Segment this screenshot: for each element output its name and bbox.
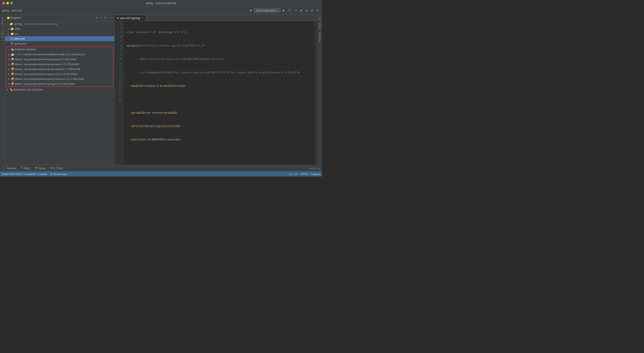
expand-arrow-spring-beans: ▶ <box>7 62 11 66</box>
event-log-link[interactable]: Event Log <box>309 167 320 170</box>
tree-item-scratches[interactable]: ▶ ✏️ Scratches and Consoles <box>5 87 114 92</box>
project-structure-button[interactable]: ⊞ <box>310 8 314 13</box>
close-button[interactable] <box>2 2 5 5</box>
line-num-10: 10 <box>114 61 122 66</box>
project-label[interactable]: Project <box>11 16 19 20</box>
iml-file-icon: 🗄 <box>10 42 14 46</box>
tree-item-spring-aop[interactable]: ▶ 📦 Maven: org.springframework:spring-ao… <box>6 57 113 62</box>
ext-libs-label: External Libraries <box>15 48 36 51</box>
external-libraries-section: ▾ 📚 External Libraries ▶ ☕ < 1.8 > /Libr… <box>6 47 113 87</box>
stop-button[interactable]: ■ <box>304 9 309 13</box>
xml-file-icon-pom: m <box>10 37 14 41</box>
tree-item-spring-context[interactable]: ▶ 📦 Maven: org.springframework:spring-co… <box>6 67 113 72</box>
collapse-all-button[interactable]: ≡ <box>100 16 102 20</box>
maximize-button[interactable] <box>10 2 13 5</box>
tree-item-spring-core[interactable]: ▶ 📦 Maven: org.springframework:spring-co… <box>6 72 113 77</box>
locate-file-button[interactable]: ⊕ <box>95 16 98 20</box>
expand-arrow-scratches: ▶ <box>6 88 10 92</box>
editor-tabs: m pom.xml (spring) ✕ <box>114 15 318 21</box>
tree-item-idea[interactable]: ▶ 📁 .idea <box>5 27 114 31</box>
tree-item-iml[interactable]: ▶ 🗄 spring.iml <box>5 41 114 46</box>
tree-item-src[interactable]: ▶ 📁 src <box>5 31 114 36</box>
settings-button[interactable]: ⚙ <box>315 8 320 13</box>
jar-icon-spring-context: 📦 <box>11 67 14 71</box>
reload-button[interactable]: ↺ <box>294 8 298 13</box>
item-label-idea: .idea <box>14 27 20 31</box>
window-title: spring – pom.xml (spring) <box>146 2 176 5</box>
code-line-1: <?xml version="1.0" encoding="UTF-8"?> <box>126 30 314 35</box>
jar-label-spring-expression: Maven: org.springframework:spring-expres… <box>15 78 84 80</box>
tree-item-ext-libs[interactable]: ▾ 📚 External Libraries <box>6 47 113 52</box>
tree-item-root[interactable]: ▾ 📁 spring ~/Documents/code/study/spring <box>5 22 114 27</box>
todo-icon: ☰ <box>50 167 52 170</box>
line-num-1: 1 <box>114 21 122 26</box>
title-bar: spring – pom.xml (spring) <box>0 0 322 6</box>
todo-button[interactable]: ☰ 6: TODO <box>49 166 64 170</box>
navigate-back-button[interactable]: ◀ <box>248 8 253 13</box>
build-button[interactable]: 🔨 <box>287 8 293 13</box>
rail-item-maven[interactable]: Maven <box>318 22 322 31</box>
editor-content[interactable]: 1 2 3 4 5 6 7 8 9 10 11 12 13 14 15 16 1… <box>114 21 318 165</box>
tab-close-pom[interactable]: ✕ <box>141 17 143 19</box>
expand-arrow-jdk: ▶ <box>7 53 11 56</box>
expand-arrow-spring-jcl: ▶ <box>7 82 11 86</box>
window-controls[interactable] <box>2 2 13 5</box>
line-num-7: 7 <box>114 48 122 52</box>
breadcrumb-file[interactable]: pom.xml <box>12 9 22 12</box>
expand-arrow-ext-libs: ▾ <box>7 48 11 51</box>
intellij-update-info[interactable]: IntelliJ IDEA 2020.1.4 available: // Upd… <box>2 173 67 175</box>
line-num-18: 18 <box>114 97 122 102</box>
line-numbers: 1 2 3 4 5 6 7 8 9 10 11 12 13 14 15 16 1… <box>114 21 124 165</box>
spring-icon: 🌿 <box>34 167 38 170</box>
indent-info[interactable]: 4 spaces <box>310 173 320 175</box>
root-name: spring <box>14 22 22 26</box>
jar-icon-spring-core: 📦 <box>11 72 14 76</box>
rail-item-database[interactable]: Database <box>318 31 322 43</box>
line-num-2: 2 <box>114 26 122 30</box>
terminal-button[interactable]: ⬛ Terminal <box>2 166 17 170</box>
panel-settings-button[interactable]: ⚙ <box>104 16 107 20</box>
close-panel-button[interactable]: — <box>109 16 112 20</box>
line-num-12: 12 <box>114 70 122 75</box>
toolbar-actions: ◀ Add Configuration… ▶ 🔨 ↺ ▶̦ ■ ⊞ ⚙ <box>248 8 320 13</box>
right-sidebar-rail: Ant Maven Database <box>318 15 322 165</box>
terminal-label: Terminal <box>7 167 16 170</box>
minimize-button[interactable] <box>6 2 9 5</box>
expand-arrow-src: ▶ <box>7 32 10 36</box>
line-num-6: 6 <box>114 43 122 48</box>
build-button-bottom[interactable]: 🔨 Build <box>20 166 31 170</box>
rail-item-ant[interactable]: Ant <box>318 16 322 22</box>
tree-item-spring-beans[interactable]: ▶ 📦 Maven: org.springframework:spring-be… <box>6 62 113 67</box>
editor-tab-pom[interactable]: m pom.xml (spring) ✕ <box>114 15 146 21</box>
ext-libs-icon: 📚 <box>11 48 14 51</box>
project-panel: 📁 Project ▾ ⊕ ≡ ⚙ — ▾ 📁 spring ~/Documen… <box>5 15 114 165</box>
rail-item-project[interactable]: 1: Project <box>1 16 4 28</box>
expand-arrow-root: ▾ <box>6 22 10 26</box>
run-button[interactable]: ▶ <box>282 8 286 13</box>
status-bar: IntelliJ IDEA 2020.1.4 available: // Upd… <box>0 171 322 177</box>
item-label-pom: pom.xml <box>14 37 24 40</box>
bottom-toolbar: ⬛ Terminal 🔨 Build 🌿 Spring ☰ 6: TODO Ev… <box>0 165 322 171</box>
expand-arrow-spring-aop: ▶ <box>7 58 11 61</box>
tree-item-pom[interactable]: ▶ m pom.xml <box>5 36 114 41</box>
line-num-8: 8 <box>114 52 122 57</box>
project-dropdown[interactable]: 📁 Project ▾ <box>7 16 21 20</box>
tree-item-spring-expression[interactable]: ▶ 📦 Maven: org.springframework:spring-ex… <box>6 77 113 81</box>
code-content[interactable]: <?xml version="1.0" encoding="UTF-8"?> <… <box>124 21 314 165</box>
line-separator[interactable]: LF <box>295 173 298 175</box>
file-encoding[interactable]: UTF-8 <box>301 173 308 175</box>
cursor-position[interactable]: 1:1 <box>289 173 292 175</box>
tree-item-jdk[interactable]: ▶ ☕ < 1.8 > /Library/Java/JavaVirtualMac… <box>6 52 113 57</box>
coverage-button[interactable]: ▶̦ <box>299 8 304 13</box>
expand-arrow-spring-core: ▶ <box>7 72 11 76</box>
scratches-icon: ✏️ <box>10 88 13 92</box>
rail-item-structure[interactable]: 2: Structure <box>1 28 4 43</box>
spring-button[interactable]: 🌿 Spring <box>34 166 46 170</box>
tree-item-spring-jcl[interactable]: ▶ 📦 Maven: org.springframework:spring-jc… <box>6 81 113 86</box>
line-num-4: 4 <box>114 35 122 39</box>
dropdown-arrow-icon: ▾ <box>20 16 21 20</box>
add-configuration-button[interactable]: Add Configuration… <box>254 8 281 13</box>
breadcrumb-project[interactable]: spring <box>2 9 9 12</box>
expand-arrow-spring-expression: ▶ <box>7 77 11 81</box>
expand-arrow-idea: ▶ <box>7 27 10 31</box>
